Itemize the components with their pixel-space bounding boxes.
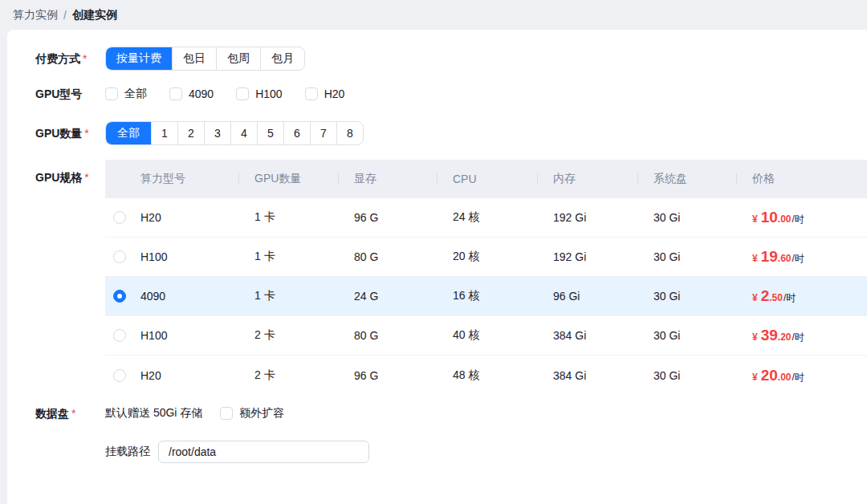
gpu-count-option[interactable]: 4 — [230, 122, 257, 144]
data-disk-row: 数据盘* 默认赠送 50Gi 存储 额外扩容 — [35, 405, 867, 421]
price-integer: 39 — [761, 327, 778, 344]
price-currency: ¥ — [752, 372, 758, 383]
mount-path-input[interactable] — [158, 441, 369, 463]
create-instance-form-card: 付费方式* 按量计费包日包周包月 GPU型号 全部4090H100H20 GPU… — [7, 30, 867, 504]
gpu-model-options: 全部4090H100H20 — [105, 87, 344, 101]
required-asterisk: * — [84, 171, 88, 184]
spec-cell-system-disk: 30 Gi — [637, 369, 736, 382]
payment-method-row: 付费方式* 按量计费包日包周包月 — [35, 47, 867, 71]
gpu-model-option-label: 全部 — [124, 87, 147, 101]
gpu-model-option-label: H20 — [324, 87, 345, 100]
spec-row-radio[interactable] — [113, 250, 126, 263]
spec-cell-vram: 24 G — [338, 290, 437, 303]
column-header: 价格 — [736, 160, 867, 198]
spec-row-radio[interactable] — [113, 290, 126, 303]
price-currency: ¥ — [752, 213, 758, 225]
gpu-model-checkbox[interactable] — [236, 87, 249, 100]
spec-row-radio[interactable] — [113, 369, 126, 382]
price-currency: ¥ — [752, 331, 758, 343]
spec-row[interactable]: H202 卡96 G48 核384 Gi30 Gi¥20.00/时 — [105, 356, 867, 395]
breadcrumb-parent-link[interactable]: 算力实例 — [13, 8, 58, 22]
gpu-count-option[interactable]: 6 — [283, 122, 310, 144]
spec-row-radio[interactable] — [113, 329, 126, 342]
extra-expand-checkbox-item[interactable]: 额外扩容 — [220, 406, 284, 421]
price-unit: /时 — [784, 291, 796, 305]
spec-cell-system-disk: 30 Gi — [637, 250, 736, 263]
gpu-count-option[interactable]: 2 — [177, 122, 204, 144]
gpu-count-option[interactable]: 8 — [336, 122, 363, 144]
gpu-model-checkbox-item[interactable]: 4090 — [169, 87, 214, 100]
price-currency: ¥ — [752, 292, 758, 303]
column-header: CPU — [437, 160, 537, 198]
gpu-count-option[interactable]: 全部 — [106, 122, 151, 144]
gpu-model-label: GPU型号 — [35, 86, 105, 102]
spec-cell-cpu: 16 核 — [437, 289, 537, 303]
spec-row[interactable]: H1001 卡80 G20 核192 Gi30 Gi¥19.60/时 — [105, 238, 867, 277]
gpu-count-row: GPU数量* 全部12345678 — [35, 121, 867, 145]
column-header: 系统盘 — [637, 160, 736, 198]
gpu-model-checkbox[interactable] — [169, 87, 182, 100]
spec-cell-vram: 80 G — [338, 329, 437, 342]
price-integer: 10 — [761, 209, 778, 226]
price-decimal: .20 — [778, 331, 792, 343]
required-asterisk: * — [83, 52, 87, 65]
spec-model-name: H20 — [140, 211, 161, 224]
spec-cell-price: ¥20.00/时 — [736, 367, 867, 384]
payment-option[interactable]: 包周 — [216, 47, 260, 70]
spec-row[interactable]: 40901 卡24 G16 核96 Gi30 Gi¥2.50/时 — [105, 277, 867, 316]
gpu-model-checkbox-item[interactable]: H100 — [236, 87, 282, 100]
spec-cell-memory: 384 Gi — [537, 329, 637, 342]
price-unit: /时 — [792, 213, 804, 226]
data-disk-label: 数据盘* — [35, 405, 105, 421]
spec-model-name: H100 — [140, 250, 167, 263]
spec-cell-gpu-count: 1 卡 — [238, 250, 338, 264]
column-header: 显存 — [338, 160, 437, 198]
payment-option[interactable]: 按量计费 — [106, 47, 172, 70]
spec-cell-price: ¥10.00/时 — [736, 209, 867, 226]
price-unit: /时 — [792, 371, 804, 384]
spec-cell-model: H20 — [105, 211, 238, 224]
data-disk-options: 默认赠送 50Gi 存储 额外扩容 — [105, 406, 284, 421]
spec-cell-gpu-count: 2 卡 — [238, 328, 338, 343]
column-header: 内存 — [537, 160, 637, 198]
gpu-model-checkbox[interactable] — [305, 87, 318, 100]
spec-cell-vram: 80 G — [338, 250, 437, 263]
price-decimal: .00 — [778, 213, 792, 225]
price-decimal: .00 — [778, 372, 792, 383]
gpu-count-options: 全部12345678 — [105, 121, 364, 145]
spec-model-name: H100 — [140, 329, 167, 342]
gpu-model-checkbox-item[interactable]: 全部 — [105, 87, 147, 101]
gpu-count-label: GPU数量* — [35, 121, 105, 145]
spec-cell-memory: 384 Gi — [537, 369, 637, 382]
spec-cell-vram: 96 G — [338, 369, 437, 382]
gpu-model-checkbox[interactable] — [105, 87, 118, 100]
spec-cell-system-disk: 30 Gi — [637, 211, 736, 224]
gpu-count-option[interactable]: 7 — [310, 122, 336, 144]
gpu-spec-row: GPU规格* 算力型号GPU数量显存CPU内存系统盘价格H201 卡96 G24… — [35, 160, 867, 395]
price-integer: 20 — [761, 367, 778, 384]
payment-method-label: 付费方式* — [35, 47, 105, 71]
spec-cell-gpu-count: 1 卡 — [238, 210, 338, 225]
column-header: 算力型号 — [105, 160, 238, 198]
spec-row-radio[interactable] — [113, 211, 126, 224]
gpu-count-option[interactable]: 1 — [151, 122, 177, 144]
spec-cell-model: 4090 — [105, 290, 238, 303]
payment-option[interactable]: 包月 — [260, 47, 304, 70]
spec-row[interactable]: H201 卡96 G24 核192 Gi30 Gi¥10.00/时 — [105, 198, 867, 238]
spec-cell-gpu-count: 2 卡 — [238, 368, 338, 383]
extra-expand-checkbox[interactable] — [220, 407, 233, 420]
spec-model-name: 4090 — [140, 290, 165, 303]
spec-cell-system-disk: 30 Gi — [637, 329, 736, 342]
mount-path-label: 挂载路径 — [105, 445, 150, 459]
extra-expand-label: 额外扩容 — [239, 406, 284, 421]
gpu-count-option[interactable]: 3 — [204, 122, 230, 144]
breadcrumb-separator: / — [63, 9, 67, 22]
spec-cell-model: H100 — [105, 250, 238, 263]
gpu-model-checkbox-item[interactable]: H20 — [305, 87, 345, 100]
spec-row[interactable]: H1002 卡80 G40 核384 Gi30 Gi¥39.20/时 — [105, 316, 867, 356]
gpu-count-option[interactable]: 5 — [257, 122, 283, 144]
required-asterisk: * — [71, 407, 75, 420]
payment-option[interactable]: 包日 — [172, 47, 216, 70]
gpu-spec-table: 算力型号GPU数量显存CPU内存系统盘价格H201 卡96 G24 核192 G… — [105, 160, 867, 395]
price-decimal: .50 — [769, 292, 783, 303]
